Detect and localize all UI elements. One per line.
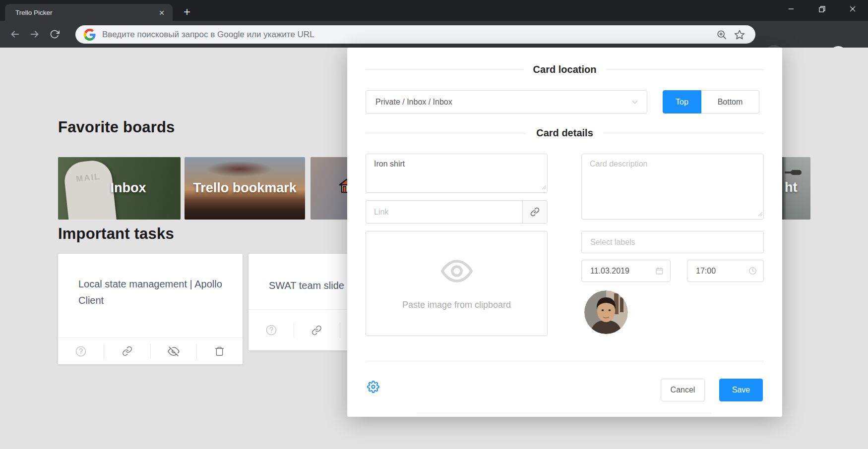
board-name: Trello bookmark [193,180,297,197]
forward-icon [29,29,40,40]
task-actions [58,337,243,364]
card-description-input[interactable] [581,154,764,220]
card-details-section: Card details [366,126,764,140]
close-window-icon [850,6,856,12]
task-help-button[interactable] [58,345,104,357]
location-select-value: Private / Inbox / Inbox [375,98,631,107]
restore-icon [819,6,825,12]
eye-preview-icon [440,259,473,285]
reload-icon [50,29,60,39]
paste-image-hint: Paste image from clipboard [366,300,547,310]
task-hide-button[interactable] [151,345,196,357]
member-avatar[interactable] [584,290,628,334]
resize-grip-icon[interactable] [542,182,546,191]
labels-select[interactable] [581,231,764,253]
browser-window: Trello Picker × + [0,0,868,449]
question-circle-icon [75,345,87,357]
date-input[interactable] [582,267,655,276]
browser-titlebar: Trello Picker × + [0,0,868,21]
clock-icon [748,267,757,275]
new-tab-button[interactable]: + [180,5,194,20]
card-link-field [366,200,548,224]
zoom-in-icon [716,29,727,40]
task-title: Local state management | Apollo Client [78,276,228,309]
due-date-picker[interactable] [581,260,671,282]
browser-tab[interactable]: Trello Picker × [5,4,173,21]
calendar-icon [655,267,664,275]
card-location-title: Card location [533,64,597,75]
card-title-input[interactable]: Iron shirt [366,154,548,193]
paste-image-dropzone[interactable]: Paste image from clipboard [366,231,548,336]
save-button[interactable]: Save [719,379,763,401]
scrolled-section-edge [417,413,712,413]
back-icon [9,29,20,40]
footer-divider [366,361,764,361]
question-circle-icon [265,324,277,336]
favorite-boards-title: Favorite boards [58,118,175,136]
chevron-down-icon [631,98,639,106]
close-window-button[interactable] [837,0,868,18]
task-help-button[interactable] [248,324,294,336]
minimize-button[interactable] [776,0,806,18]
eye-off-icon [168,345,180,357]
settings-button[interactable] [367,381,379,395]
mailbox-label: MAIL [75,172,105,220]
card-location-section: Card location [366,62,764,76]
zoom-page-button[interactable] [713,26,731,44]
gear-icon [367,381,379,393]
board-name: Inbox [111,180,146,197]
card-details-title: Card details [536,127,593,139]
tab-title: Trello Picker [15,9,157,16]
card-position-toggle: Top Bottom [663,90,759,113]
board-card-inbox[interactable]: MAIL Inbox [58,157,181,220]
restore-button[interactable] [806,0,837,18]
minimize-icon [788,6,794,12]
card-editor-modal: Card location Private / Inbox / Inbox To… [347,48,782,417]
board-name-fragment: ht [785,180,797,195]
time-input[interactable] [687,267,748,276]
link-input[interactable] [366,200,522,224]
position-top-button[interactable]: Top [663,90,701,113]
task-delete-button[interactable] [197,346,243,356]
mailbox-photo: MAIL [62,159,117,220]
browser-toolbar: Введите поисковый запрос в Google или ук… [0,21,868,48]
link-icon [530,207,540,217]
machinery-photo [791,170,802,175]
bookmark-button[interactable] [731,26,748,44]
forward-button[interactable] [25,24,45,44]
board-card-trello-bookmark[interactable]: Trello bookmark [185,157,305,220]
important-tasks-title: Important tasks [58,225,174,243]
labels-input[interactable] [582,238,763,247]
task-card[interactable]: Local state management | Apollo Client [58,254,243,364]
tab-close-icon[interactable]: × [157,8,167,17]
board-location-select[interactable]: Private / Inbox / Inbox [366,90,647,113]
resize-grip-icon[interactable] [758,209,762,218]
card-title-field-wrap: Iron shirt [366,154,548,193]
trash-icon [214,346,225,356]
google-logo-icon [84,29,96,41]
address-bar[interactable]: Введите поисковый запрос в Google или ук… [75,25,755,44]
position-bottom-button[interactable]: Bottom [701,90,759,113]
link-icon [311,325,322,336]
card-description-field-wrap [581,154,764,220]
task-link-button[interactable] [294,325,339,336]
address-placeholder: Введите поисковый запрос в Google или ук… [102,30,713,40]
due-time-picker[interactable] [687,260,764,282]
back-button[interactable] [5,24,25,44]
attach-link-button[interactable] [522,200,548,224]
window-controls [776,0,868,18]
cancel-button[interactable]: Cancel [661,379,705,401]
link-icon [122,346,132,356]
member-avatar-photo [584,290,628,334]
star-icon [734,29,745,40]
reload-button[interactable] [45,24,64,44]
task-link-button[interactable] [104,346,150,356]
